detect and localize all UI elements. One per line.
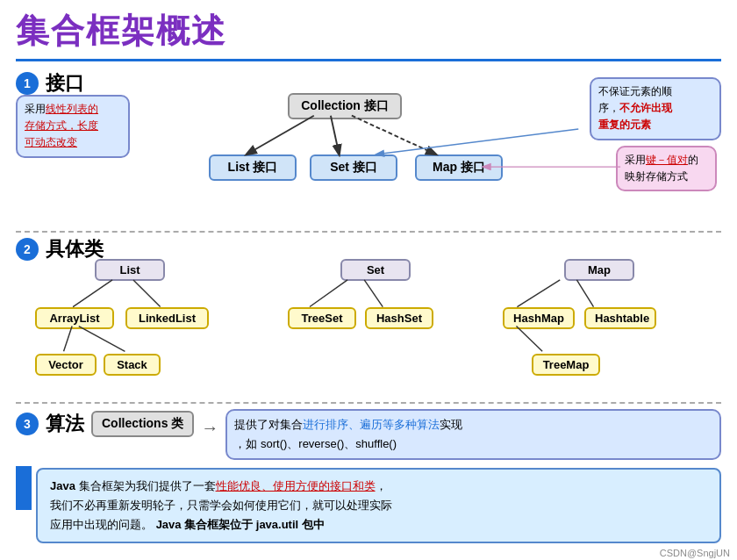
svg-line-10 bbox=[364, 280, 383, 307]
set-interface-box: Set 接口 bbox=[310, 154, 397, 181]
main-container: 集合框架概述 1 接口 采用线性列表的存储方式，长度可动态改变 Collecti… bbox=[0, 0, 737, 560]
callout-no-order: 不保证元素的顺序，不允许出现重复的元素 bbox=[590, 77, 721, 140]
section1-title: 接口 bbox=[46, 70, 84, 97]
map-class-box: Map bbox=[564, 259, 634, 281]
arraylist-box: ArrayList bbox=[35, 307, 114, 329]
section3-number: 3 bbox=[16, 413, 39, 435]
svg-line-8 bbox=[79, 327, 125, 352]
svg-line-6 bbox=[133, 280, 161, 307]
page-title: 集合框架概述 bbox=[16, 9, 721, 54]
set-class-box: Set bbox=[340, 259, 411, 281]
hashmap-box: HashMap bbox=[503, 307, 575, 329]
note-box: Java 集合框架为我们提供了一套性能优良、使用方便的接口和类， 我们不必再重新… bbox=[36, 468, 721, 543]
section2-number: 2 bbox=[16, 238, 39, 261]
section-interfaces: 1 接口 采用线性列表的存储方式，长度可动态改变 Collection 接口 不… bbox=[16, 68, 721, 231]
section1-number: 1 bbox=[16, 72, 39, 95]
collection-interface-box: Collection 接口 bbox=[288, 93, 402, 119]
svg-line-1 bbox=[331, 116, 340, 154]
list-interface-box: List 接口 bbox=[209, 154, 297, 181]
svg-line-11 bbox=[517, 280, 560, 307]
section-classes: 2 具体类 List ArrayList LinkedList Vector S… bbox=[16, 231, 721, 402]
treemap-box: TreeMap bbox=[532, 354, 600, 376]
title-divider bbox=[16, 59, 721, 61]
svg-line-2 bbox=[352, 116, 436, 154]
collections-class-box: Collections 类 bbox=[91, 411, 194, 437]
stack-box: Stack bbox=[104, 354, 161, 376]
svg-line-5 bbox=[73, 280, 112, 307]
svg-line-9 bbox=[310, 280, 347, 307]
treeset-box: TreeSet bbox=[288, 307, 356, 329]
svg-line-7 bbox=[64, 327, 73, 352]
svg-line-13 bbox=[516, 327, 542, 352]
svg-line-3 bbox=[377, 129, 579, 154]
svg-line-0 bbox=[247, 116, 314, 154]
algo-description: 提供了对集合进行排序、遍历等多种算法实现，如 sort()、reverse()、… bbox=[225, 409, 721, 460]
list-class-box: List bbox=[95, 259, 165, 281]
section3-title: 算法 bbox=[46, 411, 84, 437]
svg-line-12 bbox=[576, 280, 593, 307]
note-left-bar bbox=[16, 466, 32, 510]
linkedlist-box: LinkedList bbox=[125, 307, 209, 329]
section-algorithms: 3 算法 Collections 类 → 提供了对集合进行排序、遍历等多种算法实… bbox=[16, 402, 721, 543]
callout-linear-list: 采用线性列表的存储方式，长度可动态改变 bbox=[16, 95, 130, 158]
watermark: CSDN@SngjUN bbox=[660, 548, 730, 558]
callout-key-value: 采用键－值对的映射存储方式 bbox=[616, 146, 717, 191]
map-interface-box: Map 接口 bbox=[415, 154, 503, 181]
section2-title: 具体类 bbox=[46, 236, 104, 262]
vector-box: Vector bbox=[35, 354, 97, 376]
hashset-box: HashSet bbox=[365, 307, 433, 329]
hashtable-box: Hashtable bbox=[584, 307, 656, 329]
arrow-right: → bbox=[201, 418, 218, 438]
